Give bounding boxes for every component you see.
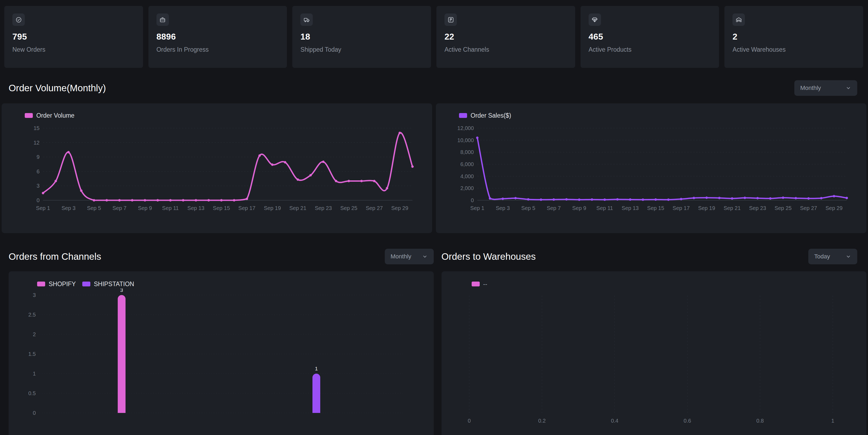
channels-filter-select[interactable]: Monthly <box>385 249 434 264</box>
svg-text:Sep 23: Sep 23 <box>315 205 332 211</box>
svg-text:2: 2 <box>33 331 36 337</box>
warehouses-chart-card: -- 00.20.40.60.81 <box>441 271 867 435</box>
svg-text:0.8: 0.8 <box>756 418 764 424</box>
chevron-down-icon <box>422 254 428 260</box>
svg-text:3: 3 <box>120 289 123 293</box>
svg-text:6: 6 <box>37 169 39 174</box>
svg-text:0.4: 0.4 <box>611 418 618 424</box>
svg-text:Sep 23: Sep 23 <box>749 205 766 211</box>
svg-text:Sep 29: Sep 29 <box>826 205 842 211</box>
chevron-down-icon <box>845 254 851 260</box>
legend-swatch <box>472 282 480 286</box>
svg-text:9: 9 <box>37 154 39 160</box>
warehouses-filter-select[interactable]: Today <box>808 249 857 264</box>
legend-label: -- <box>483 281 487 288</box>
order-volume-section-header: Order Volume(Monthly) Monthly <box>0 68 868 104</box>
warehouses-title: Orders to Warehouses <box>441 251 536 262</box>
chevron-down-icon <box>845 85 851 91</box>
stat-label: Active Warehouses <box>733 46 855 53</box>
bottom-section: Orders from Channels Monthly SHOPIFY SHI… <box>0 233 868 435</box>
channels-title: Orders from Channels <box>9 251 101 262</box>
svg-text:0.6: 0.6 <box>684 418 691 424</box>
legend-swatch <box>82 282 90 286</box>
svg-text:12: 12 <box>34 140 39 146</box>
svg-text:Sep 3: Sep 3 <box>62 205 75 211</box>
svg-text:8,000: 8,000 <box>460 149 474 155</box>
svg-text:1.5: 1.5 <box>28 351 36 357</box>
svg-text:Sep 11: Sep 11 <box>596 205 613 211</box>
svg-text:Sep 19: Sep 19 <box>698 205 715 211</box>
warehouses-filter-value: Today <box>814 253 830 260</box>
legend-label: SHIPSTATION <box>94 281 134 288</box>
gem-icon <box>589 13 601 26</box>
stat-card-shipped-today: 18 Shipped Today <box>292 6 431 68</box>
legend-swatch <box>37 282 45 286</box>
channels-legend: SHOPIFY SHIPSTATION <box>37 280 434 289</box>
legend-label: Order Sales($) <box>471 112 511 119</box>
svg-text:Sep 5: Sep 5 <box>521 205 535 211</box>
stat-card-new-orders: 795 New Orders <box>4 6 143 68</box>
channels-filter-value: Monthly <box>391 253 411 260</box>
order-sales-line-chart: 02,0004,0006,0008,00010,00012,000Sep 1Se… <box>443 120 858 223</box>
stat-card-active-warehouses: 2 Active Warehouses <box>724 6 863 68</box>
svg-text:Sep 19: Sep 19 <box>264 205 281 211</box>
svg-text:15: 15 <box>34 125 39 131</box>
stat-value: 22 <box>444 32 567 42</box>
svg-text:10,000: 10,000 <box>457 137 474 143</box>
svg-text:Sep 27: Sep 27 <box>800 205 817 211</box>
svg-text:Sep 9: Sep 9 <box>138 205 152 211</box>
legend-label: Order Volume <box>36 112 74 119</box>
stat-value: 8896 <box>156 32 279 42</box>
svg-text:3: 3 <box>33 292 36 298</box>
svg-text:0: 0 <box>33 410 36 416</box>
svg-text:0.5: 0.5 <box>28 390 36 396</box>
channels-bar-chart: 00.511.522.5331 <box>16 289 414 429</box>
stat-value: 465 <box>589 32 711 42</box>
svg-text:Sep 13: Sep 13 <box>622 205 639 211</box>
top-charts-row: Order Volume 03691215Sep 1Sep 3Sep 5Sep … <box>0 104 868 233</box>
svg-text:0: 0 <box>471 197 474 203</box>
legend-swatch <box>459 113 467 118</box>
circle-check-icon <box>12 13 25 26</box>
stat-card-active-products: 465 Active Products <box>581 6 719 68</box>
warehouses-empty-chart: 00.20.40.60.81 <box>449 289 852 429</box>
legend-label: SHOPIFY <box>49 281 76 288</box>
svg-text:0: 0 <box>37 197 39 203</box>
svg-text:4,000: 4,000 <box>460 173 474 179</box>
channels-section: Orders from Channels Monthly SHOPIFY SHI… <box>9 233 434 435</box>
stat-label: Active Products <box>589 46 711 53</box>
channels-chart-card: SHOPIFY SHIPSTATION 00.511.522.5331 <box>9 271 434 435</box>
order-sales-chart-card: Order Sales($) 02,0004,0006,0008,00010,0… <box>436 104 866 233</box>
order-volume-chart-card: Order Volume 03691215Sep 1Sep 3Sep 5Sep … <box>2 104 432 233</box>
warehouses-section: Orders to Warehouses Today -- 00.20.40.6… <box>441 233 867 435</box>
svg-text:1: 1 <box>315 366 318 372</box>
stat-card-orders-in-progress: 8896 Orders In Progress <box>149 6 287 68</box>
stat-value: 18 <box>300 32 423 42</box>
warehouse-icon <box>733 13 745 26</box>
order-volume-title: Order Volume(Monthly) <box>9 83 106 93</box>
stat-label: New Orders <box>12 46 135 53</box>
stat-value: 795 <box>12 32 135 42</box>
svg-text:Sep 17: Sep 17 <box>673 205 689 211</box>
svg-text:2,000: 2,000 <box>460 185 474 191</box>
legend-item-shopify: SHOPIFY <box>37 281 76 288</box>
svg-text:Sep 25: Sep 25 <box>774 205 792 211</box>
stat-value: 2 <box>733 32 855 42</box>
order-volume-filter-value: Monthly <box>800 85 821 91</box>
order-volume-filter-select[interactable]: Monthly <box>794 80 857 96</box>
svg-text:1: 1 <box>831 418 834 424</box>
svg-text:Sep 7: Sep 7 <box>113 205 126 211</box>
svg-text:12,000: 12,000 <box>457 125 474 131</box>
stat-label: Shipped Today <box>300 46 423 53</box>
order-sales-legend: Order Sales($) <box>459 111 866 120</box>
truck-icon <box>300 13 313 26</box>
svg-text:Sep 15: Sep 15 <box>647 205 664 211</box>
svg-text:Sep 25: Sep 25 <box>340 205 357 211</box>
channels-section-header: Orders from Channels Monthly <box>9 233 434 271</box>
warehouses-section-header: Orders to Warehouses Today <box>441 233 867 271</box>
svg-text:Sep 27: Sep 27 <box>366 205 383 211</box>
svg-text:0.2: 0.2 <box>538 418 546 424</box>
legend-swatch <box>25 113 33 118</box>
svg-text:Sep 21: Sep 21 <box>723 205 741 211</box>
svg-text:Sep 15: Sep 15 <box>213 205 230 211</box>
